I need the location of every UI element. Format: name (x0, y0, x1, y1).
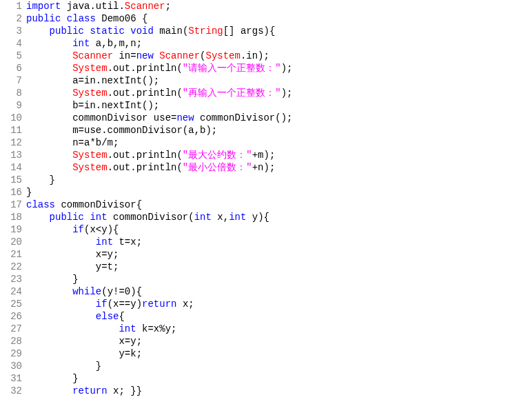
token-id: +m); (252, 150, 276, 161)
token-id: .in); (241, 50, 269, 61)
token-id: .out.println( (108, 162, 183, 173)
line-number: 23 (0, 273, 22, 285)
line-number: 17 (0, 199, 22, 211)
token-id: x; }} (108, 385, 142, 396)
token-id (26, 311, 96, 322)
code-line: } (26, 186, 532, 199)
token-id: +n); (252, 162, 276, 173)
token-id: ); (281, 63, 293, 74)
token-id: (y!=0){ (101, 286, 142, 297)
code-line: while(y!=0){ (26, 285, 532, 298)
token-kw: static (90, 26, 124, 37)
token-id: t=x; (113, 236, 142, 248)
token-id: commonDivisor use= (26, 112, 176, 123)
code-line: b=in.nextInt(); (26, 99, 532, 112)
code-content: import java.util.Scanner;public class De… (26, 0, 532, 397)
code-line: System.out.println("再输入一个正整数："); (26, 87, 532, 99)
token-type: String (188, 26, 223, 37)
token-id: ); (281, 88, 293, 99)
token-id: (x<y){ (84, 224, 119, 235)
line-number: 19 (0, 223, 22, 236)
token-str: "最小公倍数：" (183, 162, 252, 173)
line-number: 8 (0, 87, 22, 99)
token-id: } (26, 361, 101, 372)
code-line: System.out.println("请输入一个正整数："); (26, 62, 532, 74)
token-id: commonDivisor( (108, 212, 194, 223)
line-number-gutter: 1234567891011121314151617181920212223242… (0, 0, 26, 397)
line-number: 22 (0, 261, 22, 273)
token-id: y=t; (26, 261, 119, 272)
token-id (61, 13, 66, 24)
token-id: .out.println( (108, 150, 183, 161)
code-line: y=k; (26, 347, 532, 360)
line-number: 2 (0, 12, 22, 25)
token-kw: return (72, 385, 107, 396)
token-type: System (72, 88, 107, 99)
line-number: 4 (0, 37, 22, 50)
token-id: main( (154, 26, 188, 37)
token-id: [] args){ (223, 26, 276, 37)
token-id (26, 212, 50, 223)
line-number: 15 (0, 174, 22, 186)
token-id (26, 38, 72, 49)
token-id (26, 162, 72, 173)
line-number: 7 (0, 74, 22, 87)
token-id: in= (113, 50, 136, 61)
line-number: 31 (0, 372, 22, 385)
code-line: int a,b,m,n; (26, 37, 532, 50)
token-kw: int (194, 212, 212, 223)
code-line: System.out.println("最大公约数："+m); (26, 149, 532, 161)
line-number: 32 (0, 385, 22, 397)
token-kw: public (50, 26, 84, 37)
code-line: m=use.commonDivisor(a,b); (26, 124, 532, 137)
token-id: (x==y) (108, 299, 142, 310)
line-number: 9 (0, 99, 22, 112)
token-type: Scanner (159, 50, 200, 61)
code-line: } (26, 273, 532, 285)
token-id (26, 63, 72, 74)
line-number: 26 (0, 310, 22, 323)
token-id: x=y; (26, 249, 119, 260)
token-id: } (26, 174, 55, 185)
line-number: 20 (0, 236, 22, 248)
token-id (26, 286, 72, 297)
token-id: b=in.nextInt(); (26, 100, 159, 111)
token-id: x=y; (26, 336, 142, 347)
code-line: class commonDivisor{ (26, 199, 532, 211)
token-kw: int (119, 323, 136, 334)
line-number: 18 (0, 211, 22, 223)
token-kw: class (67, 13, 96, 24)
code-line: else{ (26, 310, 532, 323)
token-id (26, 26, 50, 37)
token-id (154, 50, 159, 61)
token-id: } (26, 187, 32, 198)
line-number: 21 (0, 248, 22, 261)
token-id: m=use.commonDivisor(a,b); (26, 125, 217, 136)
token-type: System (72, 63, 107, 74)
line-number: 29 (0, 347, 22, 360)
token-kw: else (96, 311, 119, 322)
token-kw: import (26, 1, 61, 12)
code-line: return x; }} (26, 385, 532, 397)
token-id: commonDivisor(); (194, 112, 293, 123)
token-id (26, 50, 72, 61)
line-number: 3 (0, 25, 22, 37)
token-kw: void (130, 26, 154, 37)
token-kw: class (26, 199, 55, 210)
line-number: 13 (0, 149, 22, 161)
token-kw: int (72, 38, 90, 49)
line-number: 27 (0, 323, 22, 335)
token-id: } (26, 373, 79, 384)
token-kw: new (136, 50, 154, 61)
token-id (26, 299, 96, 310)
token-id: { (119, 311, 124, 322)
token-id: a,b,m,n; (90, 38, 142, 49)
line-number: 6 (0, 62, 22, 74)
token-kw: new (176, 112, 194, 123)
line-number: 1 (0, 0, 22, 12)
token-id: .out.println( (108, 88, 183, 99)
token-type: System (205, 50, 240, 61)
line-number: 24 (0, 285, 22, 298)
token-type: Scanner (72, 50, 113, 61)
token-type: System (72, 150, 107, 161)
